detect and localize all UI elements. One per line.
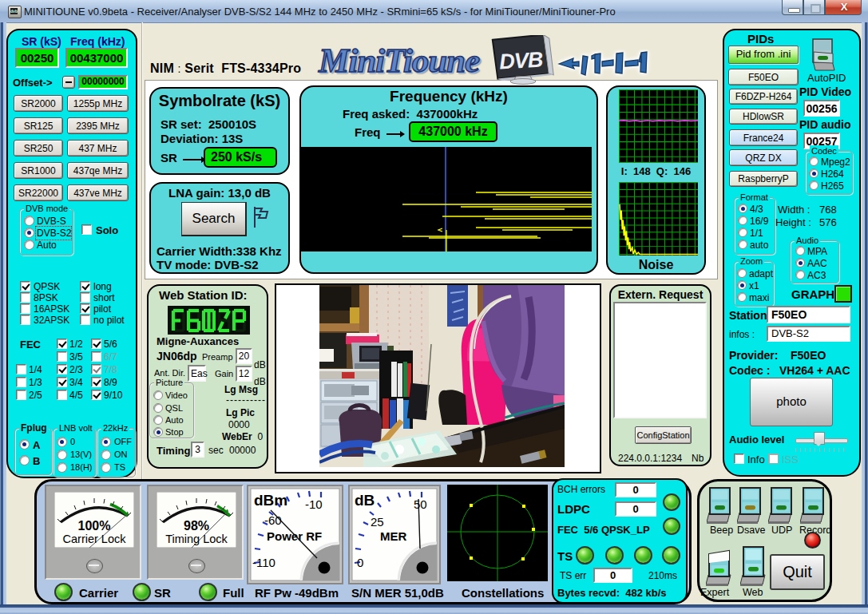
svg-text:-10: -10 — [305, 497, 323, 511]
svg-text:Power RF: Power RF — [267, 529, 322, 543]
svg-text:MER: MER — [380, 529, 407, 543]
svg-text:DVB: DVB — [498, 48, 543, 74]
svg-text:-110: -110 — [252, 556, 275, 569]
svg-text:Carrier Lock: Carrier Lock — [63, 533, 127, 545]
svg-text:25: 25 — [371, 515, 384, 529]
svg-text:-60: -60 — [264, 513, 282, 527]
svg-text:98%: 98% — [184, 519, 209, 533]
svg-text:Timing Lock: Timing Lock — [165, 533, 228, 545]
svg-text:0: 0 — [357, 556, 363, 569]
svg-text:dB: dB — [355, 492, 375, 509]
svg-text:100%: 100% — [78, 519, 111, 533]
svg-text:dBm: dBm — [254, 492, 287, 509]
svg-text:50: 50 — [414, 497, 427, 511]
